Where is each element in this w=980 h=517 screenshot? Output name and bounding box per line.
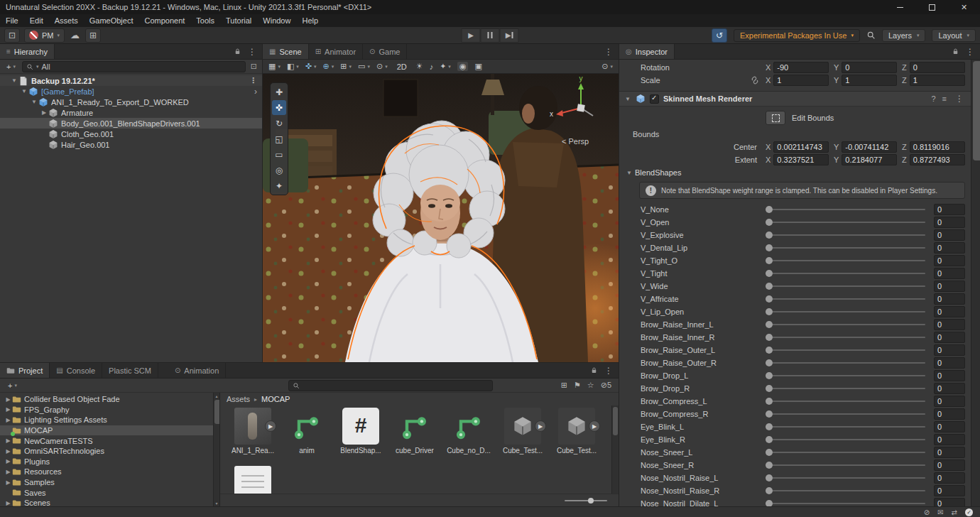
project-folder-row[interactable]: ▶ Lighting Settings Assets (0, 415, 219, 425)
notifications-muted-icon[interactable]: ⊘ (924, 508, 930, 516)
scale-tool[interactable]: ◱ (272, 131, 286, 146)
blendshape-value-field[interactable]: 0 (934, 293, 965, 305)
rect-tool[interactable]: ▭ (272, 147, 286, 162)
edit-bounds-button[interactable] (766, 111, 785, 125)
scrollbar-thumb[interactable] (973, 61, 980, 160)
camera-settings-icon[interactable]: ▣ (474, 62, 481, 71)
tab-animation[interactable]: ⊙ Animation (168, 363, 226, 378)
pause-button[interactable] (481, 28, 500, 43)
project-menu-icon[interactable]: ⋮ (602, 366, 615, 376)
blendshape-slider[interactable] (766, 409, 925, 419)
blendshape-slider[interactable] (766, 383, 925, 393)
hierarchy-menu-icon[interactable]: ⋮ (246, 47, 258, 57)
scene-options-icon[interactable]: ⋮ (249, 76, 262, 85)
slider-knob[interactable] (766, 295, 773, 303)
blendshape-slider[interactable] (766, 256, 925, 266)
blendshape-slider[interactable] (766, 447, 925, 457)
rotation-x-field[interactable]: -90 (773, 62, 829, 73)
slider-knob[interactable] (766, 398, 773, 405)
layers-dropdown[interactable]: Layers ▾ (882, 29, 926, 42)
create-button[interactable]: +▾ (3, 61, 19, 72)
blendshape-slider[interactable] (766, 345, 925, 355)
slider-knob[interactable] (766, 257, 773, 264)
tab-hierarchy[interactable]: ≡ Hierarchy (0, 44, 55, 59)
hierarchy-item-armature[interactable]: ▶ Armature (0, 107, 262, 118)
draw-mode-dropdown[interactable]: ⊙▾ (376, 62, 388, 71)
inspector-scrollbar[interactable] (971, 60, 980, 506)
foldout-arrow[interactable]: ▼ (10, 77, 18, 84)
scene-viewport[interactable]: y x < Persp ✚ ✜ ↻ ◱ ▭ ◎ ✦ (263, 74, 619, 362)
sync-icon[interactable]: ⇄ (952, 508, 957, 516)
slider-knob[interactable] (766, 308, 773, 315)
slider-knob[interactable] (766, 436, 773, 443)
slider-knob[interactable] (766, 487, 773, 494)
center-z-field[interactable]: 0.8119016 (910, 141, 965, 153)
expand-arrow[interactable]: ▶ (4, 458, 12, 464)
project-folder-row[interactable]: ▶ Samples (0, 477, 219, 488)
slider-knob[interactable] (766, 232, 773, 239)
project-folder-row[interactable]: ▶ Saves (0, 487, 219, 498)
blendshape-value-field[interactable]: 0 (934, 408, 965, 420)
slider-knob[interactable] (766, 206, 773, 213)
scrollbar-thumb[interactable] (214, 400, 220, 424)
blendshape-value-field[interactable]: 0 (934, 370, 965, 381)
asset-item[interactable]: # ▶ Cube_no_D... (442, 406, 496, 464)
inspector-lock-icon[interactable] (952, 48, 959, 55)
blendshape-slider[interactable] (766, 499, 925, 506)
project-folder-row[interactable]: ▶ FPS_Graphy (0, 405, 219, 415)
asset-scrollbar[interactable] (611, 406, 619, 494)
foldout-arrow[interactable]: ▼ (626, 170, 633, 176)
expand-arrow[interactable]: ▶ (4, 417, 12, 423)
tab-plastic-scm[interactable]: Plastic SCM (102, 363, 158, 378)
hierarchy-item-body-geo[interactable]: Body_Geo.001_BlendShapeDrivers.001 (0, 118, 262, 129)
asset-item[interactable]: # ▶ (226, 464, 280, 494)
scene-visibility-icon[interactable]: ◉ (457, 62, 469, 71)
blendshapes-foldout[interactable]: ▼ BlendShapes (619, 166, 971, 179)
blendshape-value-field[interactable]: 0 (934, 344, 965, 356)
scrollbar-thumb[interactable] (613, 407, 618, 435)
component-menu-icon[interactable]: ⋮ (953, 94, 966, 104)
blendshape-value-field[interactable]: 0 (934, 472, 965, 484)
search-icon[interactable] (866, 31, 876, 40)
hidden-packages-icon[interactable]: ⊘5 (601, 381, 611, 390)
view-tool[interactable]: ✚ (272, 85, 286, 99)
project-folder-row[interactable]: ▶ NewCameraTESTS (0, 435, 219, 446)
search-by-type-icon[interactable]: ⊞ (561, 381, 567, 390)
blendshape-slider[interactable] (766, 332, 925, 342)
blendshape-slider[interactable] (766, 307, 925, 317)
blendshape-slider[interactable] (766, 294, 925, 304)
tab-animator[interactable]: ⊞ Animator (309, 44, 363, 59)
slider-knob[interactable] (766, 474, 773, 481)
center-y-field[interactable]: -0.00741142 (842, 141, 897, 153)
blendshape-value-field[interactable]: 0 (934, 242, 965, 254)
blendshape-slider[interactable] (766, 281, 925, 291)
scroll-down-icon[interactable]: ▾ (214, 501, 219, 506)
menu-item[interactable]: Component (138, 14, 190, 27)
tab-scene[interactable]: ▦ Scene (263, 44, 309, 59)
slider-knob[interactable] (766, 410, 773, 418)
blendshape-slider[interactable] (766, 268, 925, 278)
blendshape-slider[interactable] (766, 422, 925, 432)
transform-tool[interactable]: ◎ (272, 163, 286, 178)
move-tool[interactable]: ✜ (272, 100, 286, 115)
minimize-button[interactable] (884, 0, 916, 14)
blendshape-value-field[interactable]: 0 (934, 255, 965, 266)
skinned-mesh-renderer-header[interactable]: ▼ Skinned Mesh Renderer ? ≡ ⋮ (619, 91, 971, 107)
blendshape-value-field[interactable]: 0 (934, 498, 965, 506)
scene-render[interactable]: y x < Persp (263, 74, 619, 362)
experimental-packages-dropdown[interactable]: Experimental Packages In Use ▾ (734, 29, 860, 42)
project-folder-row[interactable]: ▶ MOCAP (0, 425, 219, 436)
asset-item[interactable]: # ▶ cube_Driver (388, 406, 442, 464)
cloud-icon[interactable]: ☁ (69, 30, 81, 40)
lighting-toggle-icon[interactable]: ☀ (416, 62, 423, 71)
thumbnail-size-slider[interactable] (565, 500, 607, 501)
blendshape-slider[interactable] (766, 358, 925, 368)
custom-tool[interactable]: ✦ (272, 178, 286, 193)
tree-scrollbar[interactable]: ▴ ▾ (213, 393, 219, 506)
blendshape-slider[interactable] (766, 486, 925, 496)
blendshape-value-field[interactable]: 0 (934, 306, 965, 317)
scale-z-field[interactable]: 1 (910, 75, 965, 86)
menu-item[interactable]: Assets (49, 14, 84, 27)
blendshape-slider[interactable] (766, 230, 925, 240)
extent-z-field[interactable]: 0.8727493 (910, 154, 965, 165)
